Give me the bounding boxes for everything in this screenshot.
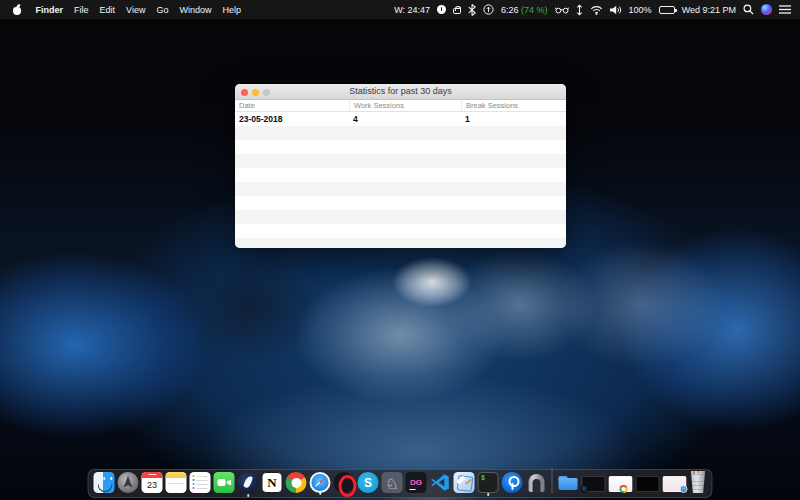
dock-1password-icon[interactable] bbox=[502, 472, 523, 493]
skype-letter: S bbox=[364, 476, 372, 490]
spotlight-search-icon[interactable] bbox=[743, 4, 754, 15]
sync-circle-icon[interactable] bbox=[483, 4, 494, 15]
dock-separator bbox=[552, 468, 553, 493]
dock-minimized-window-safari[interactable] bbox=[663, 476, 687, 492]
close-button[interactable] bbox=[241, 89, 248, 96]
desktop[interactable]: Finder File Edit View Go Window Help W: … bbox=[0, 0, 800, 500]
notification-center-icon[interactable] bbox=[779, 5, 791, 14]
volume-icon[interactable] bbox=[610, 5, 622, 15]
dock-launchpad-icon[interactable] bbox=[118, 472, 139, 493]
dock-chess-icon[interactable]: ♘ bbox=[382, 472, 403, 493]
menu-go[interactable]: Go bbox=[151, 5, 174, 15]
menu-view[interactable]: View bbox=[121, 5, 151, 15]
dock-minimized-window-drafts[interactable] bbox=[582, 476, 606, 492]
safari-badge-icon bbox=[680, 485, 688, 493]
wifi-icon[interactable] bbox=[590, 5, 603, 15]
column-header-break-sessions[interactable]: Break Sessions bbox=[461, 100, 566, 111]
siri-icon[interactable] bbox=[761, 4, 772, 15]
menu-status-area: W: 24:47 6:26 (74 %) bbox=[394, 4, 791, 16]
dock-trash-icon[interactable] bbox=[690, 471, 707, 493]
notion-letter: N bbox=[267, 475, 276, 491]
dock-minimized-window-dark[interactable] bbox=[636, 476, 660, 492]
table-header: Date Work Sessions Break Sessions bbox=[235, 100, 566, 112]
menu-left: Finder File Edit View Go Window Help bbox=[12, 4, 246, 16]
window-title: Statistics for past 30 days bbox=[235, 84, 566, 99]
cell-date: 23-05-2018 bbox=[235, 114, 349, 124]
chrome-badge-icon bbox=[620, 485, 628, 493]
drafts-badge-icon bbox=[581, 485, 589, 493]
window-titlebar[interactable]: Statistics for past 30 days bbox=[235, 84, 566, 100]
apple-menu-icon[interactable] bbox=[12, 4, 23, 16]
power-level-text[interactable]: 100% bbox=[629, 5, 652, 15]
traffic-lights bbox=[241, 89, 270, 96]
menu-app-name[interactable]: Finder bbox=[30, 5, 69, 15]
dock-reminders-icon[interactable] bbox=[190, 472, 211, 493]
battery-icon[interactable] bbox=[659, 6, 675, 14]
dock-vscode-icon[interactable] bbox=[430, 472, 451, 493]
column-header-date[interactable]: Date bbox=[235, 100, 349, 111]
cell-break-sessions: 1 bbox=[461, 114, 566, 124]
timer-icon[interactable] bbox=[437, 5, 446, 14]
dock-xcode-icon[interactable] bbox=[454, 472, 475, 493]
glasses-icon[interactable] bbox=[555, 6, 569, 14]
battery-percent-green: (74 %) bbox=[521, 5, 548, 15]
menu-clock[interactable]: Wed 9:21 PM bbox=[682, 5, 736, 15]
column-header-work-sessions[interactable]: Work Sessions bbox=[349, 100, 461, 111]
lock-icon[interactable] bbox=[453, 5, 461, 14]
dock-chrome-icon[interactable] bbox=[286, 472, 307, 493]
bluetooth-icon[interactable] bbox=[468, 4, 476, 16]
dock-datagrip-icon[interactable]: DG bbox=[406, 472, 427, 493]
dock-notion-icon[interactable]: N bbox=[262, 472, 283, 493]
chess-piece-glyph: ♘ bbox=[385, 474, 398, 493]
dock-drafts-icon[interactable] bbox=[238, 472, 259, 493]
zoom-button-disabled bbox=[263, 89, 270, 96]
menu-window[interactable]: Window bbox=[174, 5, 217, 15]
updown-arrows-icon[interactable] bbox=[576, 4, 583, 16]
menu-edit[interactable]: Edit bbox=[94, 5, 121, 15]
dock-finder-icon[interactable] bbox=[94, 472, 115, 493]
datagrip-label: DG bbox=[410, 478, 422, 487]
cell-work-sessions: 4 bbox=[349, 114, 461, 124]
statistics-window: Statistics for past 30 days Date Work Se… bbox=[235, 84, 566, 248]
dock-tunnelblick-icon[interactable] bbox=[526, 472, 547, 493]
terminal-prompt-glyph: $ bbox=[481, 475, 485, 482]
dock-downloads-folder-icon[interactable] bbox=[558, 472, 579, 493]
calendar-day-number: 23 bbox=[142, 478, 163, 492]
dock-safari-icon[interactable] bbox=[310, 472, 331, 493]
battery-time-status[interactable]: 6:26 (74 %) bbox=[501, 5, 548, 15]
menu-bar: Finder File Edit View Go Window Help W: … bbox=[0, 0, 800, 19]
work-timer-status[interactable]: W: 24:47 bbox=[394, 5, 430, 15]
dock-minimized-window-chrome[interactable] bbox=[609, 476, 633, 492]
menu-file[interactable]: File bbox=[69, 5, 95, 15]
dock-opera-icon[interactable] bbox=[334, 472, 355, 493]
minimize-button[interactable] bbox=[252, 89, 259, 96]
table-empty-rows bbox=[235, 126, 566, 248]
dock-terminal-icon[interactable]: $ bbox=[478, 472, 499, 493]
dock-notes-icon[interactable] bbox=[166, 472, 187, 493]
dock-facetime-icon[interactable] bbox=[214, 472, 235, 493]
menu-help[interactable]: Help bbox=[217, 5, 247, 15]
dock-calendar-icon[interactable]: 23 bbox=[142, 472, 163, 493]
dock-skype-icon[interactable]: S bbox=[358, 472, 379, 493]
dock: 23 N S ♘ DG $ bbox=[88, 469, 713, 498]
table-row[interactable]: 23-05-2018 4 1 bbox=[235, 112, 566, 126]
